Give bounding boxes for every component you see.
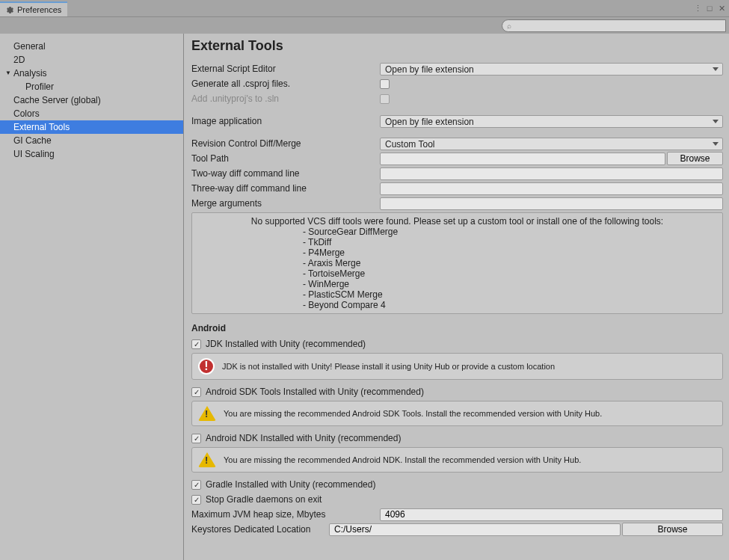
preferences-tab[interactable]: Preferences (0, 1, 67, 16)
maximize-icon[interactable]: □ (705, 4, 714, 13)
image-application-dropdown[interactable]: Open by file extension (380, 115, 723, 128)
generate-csproj-checkbox[interactable] (380, 79, 390, 89)
revision-control-label: Revision Control Diff/Merge (191, 138, 380, 150)
warning-icon (198, 406, 216, 421)
jvm-heap-input[interactable] (380, 508, 723, 521)
ndk-alert: You are missing the recommended Android … (191, 447, 723, 473)
generate-csproj-label: Generate all .csproj files. (191, 78, 380, 90)
gear-icon (6, 6, 14, 14)
gradle-checkbox[interactable]: ✓ (191, 480, 201, 490)
sidebar: General 2D ▼Analysis Profiler Cache Serv… (0, 34, 184, 560)
merge-args-label: Merge arguments (191, 197, 380, 209)
vcs-tool: - TkDiff (303, 237, 716, 247)
sidebar-item-general[interactable]: General (0, 40, 183, 53)
merge-args-input[interactable] (380, 197, 723, 210)
tool-path-label: Tool Path (191, 153, 380, 164)
warning-icon (198, 452, 216, 467)
sidebar-item-ui-scaling[interactable]: UI Scaling (0, 147, 183, 161)
ndk-checkbox[interactable]: ✓ (191, 434, 201, 443)
chevron-down-icon[interactable]: ▼ (5, 67, 11, 79)
add-unityproj-label: Add .unityproj's to .sln (191, 93, 380, 105)
revision-control-dropdown[interactable]: Custom Tool (380, 138, 723, 150)
sidebar-item-cache-server[interactable]: Cache Server (global) (0, 93, 183, 107)
vcs-tool: - Beyond Compare 4 (303, 300, 716, 310)
image-application-label: Image application (191, 115, 380, 127)
vcs-tool: - Araxis Merge (303, 258, 716, 268)
sidebar-item-analysis[interactable]: ▼Analysis (0, 67, 183, 80)
search-input[interactable] (511, 21, 721, 30)
three-way-diff-input[interactable] (380, 182, 723, 195)
content-panel: External Tools External Script Editor Op… (184, 34, 729, 560)
keystore-input[interactable] (329, 523, 621, 536)
gradle-label: Gradle Installed with Unity (recommended… (206, 479, 375, 490)
keystore-label: Keystores Dedicated Location (191, 523, 329, 535)
vcs-tool: - PlasticSCM Merge (303, 289, 716, 300)
sidebar-item-profiler[interactable]: Profiler (0, 80, 183, 93)
jdk-alert: ! JDK is not installed with Unity! Pleas… (191, 353, 723, 380)
three-way-diff-label: Three-way diff command line (191, 182, 380, 194)
tool-path-browse-button[interactable]: Browse (667, 152, 723, 165)
jvm-heap-label: Maximum JVM heap size, Mbytes (191, 508, 380, 520)
keystore-browse-button[interactable]: Browse (622, 523, 723, 536)
external-script-editor-dropdown[interactable]: Open by file extension (380, 63, 723, 76)
ndk-label: Android NDK Installed with Unity (recomm… (206, 433, 401, 443)
tool-path-input[interactable] (380, 153, 665, 165)
stop-gradle-checkbox[interactable]: ✓ (191, 495, 201, 505)
sdk-checkbox[interactable]: ✓ (191, 387, 201, 397)
page-title: External Tools (191, 38, 723, 54)
titlebar: Preferences ⋮ □ ✕ (0, 0, 729, 17)
sidebar-item-external-tools[interactable]: External Tools (0, 120, 183, 134)
two-way-diff-input[interactable] (380, 167, 723, 180)
two-way-diff-label: Two-way diff command line (191, 167, 380, 179)
sidebar-item-2d[interactable]: 2D (0, 53, 183, 67)
add-unityproj-checkbox (380, 94, 390, 104)
error-icon: ! (198, 358, 215, 375)
menu-icon[interactable]: ⋮ (693, 4, 702, 13)
stop-gradle-label: Stop Gradle daemons on exit (206, 494, 322, 505)
searchbar: ⌕ (0, 17, 729, 34)
sdk-alert: You are missing the recommended Android … (191, 401, 723, 426)
jdk-checkbox[interactable]: ✓ (191, 339, 201, 349)
sidebar-item-colors[interactable]: Colors (0, 107, 183, 120)
vcs-tool: - P4Merge (303, 247, 716, 258)
jdk-label: JDK Installed with Unity (recommended) (206, 339, 366, 349)
close-icon[interactable]: ✕ (717, 4, 726, 13)
vcs-info-box: No supported VCS diff tools were found. … (191, 212, 723, 314)
tab-label: Preferences (17, 5, 61, 14)
vcs-tool: - TortoiseMerge (303, 268, 716, 279)
sdk-label: Android SDK Tools Installed with Unity (… (206, 387, 424, 397)
vcs-tool: - WinMerge (303, 279, 716, 289)
external-script-editor-label: External Script Editor (191, 63, 380, 75)
android-header: Android (191, 323, 723, 333)
vcs-tool: - SourceGear DiffMerge (303, 227, 716, 237)
sidebar-item-gi-cache[interactable]: GI Cache (0, 134, 183, 147)
